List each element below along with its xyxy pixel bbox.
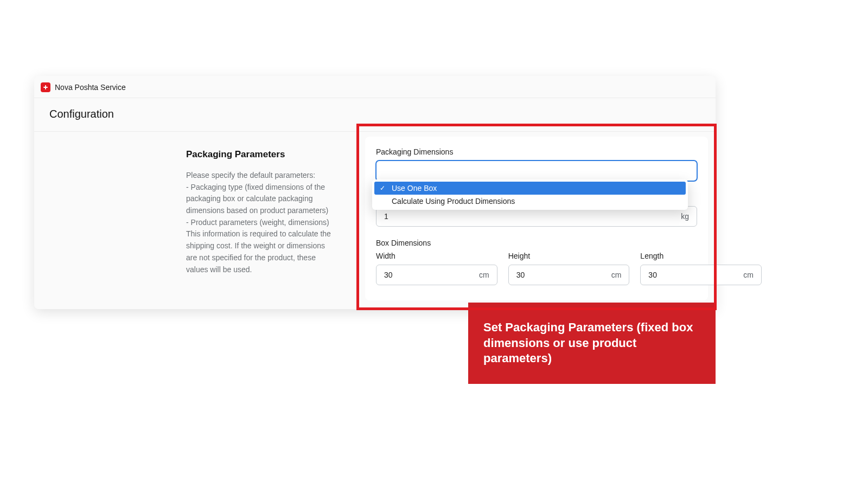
weight-unit: kg — [681, 212, 689, 221]
packaging-dimensions-label: Packaging Dimensions — [376, 147, 697, 156]
check-icon: ✓ — [380, 184, 387, 192]
width-input-wrap[interactable]: cm — [376, 265, 497, 285]
packaging-dimensions-dropdown: ✓ Use One Box Calculate Using Product Di… — [372, 179, 688, 210]
length-input-wrap[interactable]: cm — [640, 265, 762, 285]
width-label: Width — [376, 252, 497, 260]
default-weight-input[interactable] — [384, 212, 681, 221]
brand-label: Nova Poshta Service — [55, 83, 126, 92]
dropdown-option-use-one-box[interactable]: ✓ Use One Box — [374, 182, 686, 195]
section-heading: Packaging Parameters — [186, 149, 331, 160]
dropdown-option-label: Calculate Using Product Dimensions — [392, 197, 515, 206]
section-description: Please specify the default parameters: -… — [186, 170, 331, 275]
page-title-bar: Configuration — [34, 98, 716, 132]
dropdown-option-calculate[interactable]: Calculate Using Product Dimensions — [374, 195, 686, 208]
annotation-callout-text: Set Packaging Parameters (fixed box dime… — [483, 320, 693, 365]
dropdown-option-label: Use One Box — [392, 184, 437, 192]
app-header: Nova Poshta Service — [34, 76, 716, 98]
page-title: Configuration — [49, 108, 700, 120]
height-input-wrap[interactable]: cm — [508, 265, 630, 285]
length-unit: cm — [743, 271, 754, 279]
packaging-dimensions-select[interactable]: ✓ Use One Box Calculate Using Product Di… — [376, 160, 697, 181]
box-dimensions-label: Box Dimensions — [376, 239, 697, 247]
app-card: Nova Poshta Service Configuration Packag… — [34, 76, 716, 309]
packaging-description-column: Packaging Parameters Please specify the … — [34, 132, 342, 275]
packaging-form-card: Packaging Dimensions ✓ Use One Box Calcu… — [365, 137, 708, 300]
height-input[interactable] — [516, 271, 611, 279]
height-unit: cm — [611, 271, 622, 279]
length-input[interactable] — [648, 271, 743, 279]
length-label: Length — [640, 252, 762, 260]
box-dimensions-row: Width cm Height cm Length cm — [376, 252, 697, 285]
height-label: Height — [508, 252, 630, 260]
width-unit: cm — [479, 271, 489, 279]
width-input[interactable] — [384, 271, 479, 279]
annotation-callout: Set Packaging Parameters (fixed box dime… — [468, 303, 716, 384]
brand-icon — [41, 82, 50, 92]
